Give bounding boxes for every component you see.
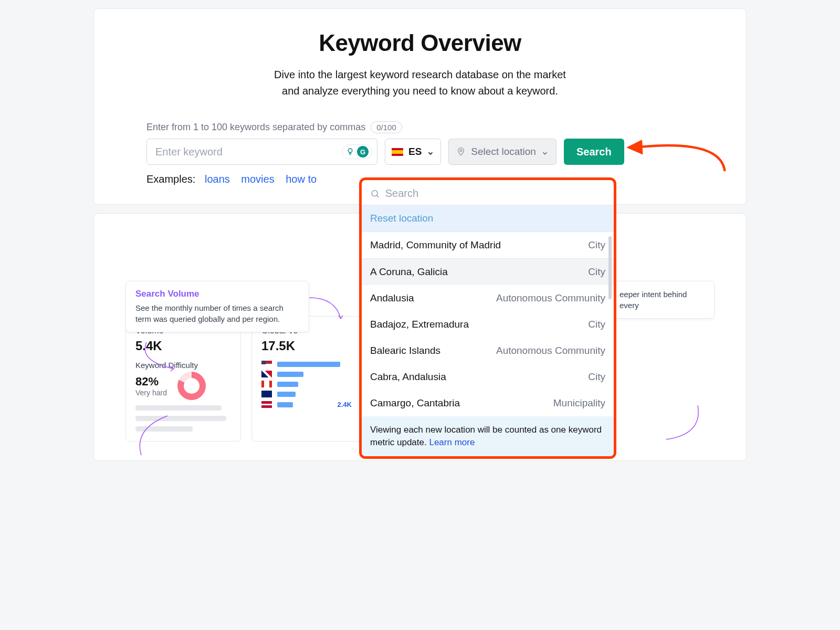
location-pin-icon (456, 147, 466, 156)
volume-metric-card: Volume 5.4K Keyword Difficulty 82% Very … (125, 316, 241, 442)
page-title: Keyword Overview (146, 30, 694, 56)
flag-us-icon (261, 361, 272, 368)
location-option[interactable]: Balearic IslandsAutonomous Community (362, 338, 614, 364)
flag-ca-icon (261, 381, 272, 387)
page-subtitle: Dive into the largest keyword research d… (146, 67, 694, 99)
input-help-text: Enter from 1 to 100 keywords separated b… (146, 121, 694, 133)
scrollbar[interactable] (608, 236, 612, 299)
location-option[interactable]: Madrid, Community of MadridCity (362, 232, 614, 259)
example-link[interactable]: movies (241, 173, 274, 185)
placeholder-line (135, 426, 193, 432)
chevron-down-icon (427, 148, 434, 155)
dropdown-search-row (362, 180, 614, 205)
svg-point-0 (348, 149, 352, 153)
reset-location-button[interactable]: Reset location (362, 205, 614, 232)
placeholder-line (135, 416, 226, 421)
flag-no-icon (261, 401, 272, 408)
location-option[interactable]: A Coruna, GaliciaCity (362, 259, 614, 285)
search-row: G ES Select location Search (146, 139, 694, 165)
difficulty-donut-icon (177, 372, 206, 400)
svg-point-1 (460, 150, 462, 152)
keyword-input-wrap: G (146, 139, 377, 165)
search-volume-callout: Search Volume See the monthly number of … (125, 281, 309, 332)
flag-uk-icon (261, 371, 272, 377)
svg-point-4 (372, 190, 377, 196)
search-icon (370, 188, 380, 199)
input-extension-badges[interactable]: G (342, 144, 372, 159)
intent-callout: eeper intent behind every (610, 281, 715, 319)
location-option[interactable]: Camargo, CantabriaMunicipality (362, 390, 614, 416)
location-option[interactable]: Badajoz, ExtremaduraCity (362, 311, 614, 338)
flag-es-icon (392, 148, 403, 156)
dropdown-search-input[interactable] (385, 187, 605, 200)
example-link[interactable]: how to (286, 173, 317, 185)
location-option[interactable]: AndalusiaAutonomous Community (362, 285, 614, 311)
dropdown-note: Viewing each new location will be counte… (362, 416, 614, 456)
location-dropdown: Reset location Madrid, Community of Madr… (359, 177, 616, 459)
chevron-down-icon (541, 148, 549, 155)
example-link[interactable]: loans (205, 173, 230, 185)
placeholder-line (135, 405, 222, 411)
lightbulb-icon (345, 147, 355, 156)
global-volume-card: Global Vo 17.5K 2.4K (251, 316, 362, 442)
search-button[interactable]: Search (564, 139, 624, 165)
learn-more-link[interactable]: Learn more (429, 437, 475, 447)
grammarly-icon: G (357, 146, 369, 158)
location-list[interactable]: Madrid, Community of MadridCityA Coruna,… (362, 232, 614, 416)
flag-au-icon (261, 391, 272, 397)
database-select[interactable]: ES (385, 139, 441, 165)
location-select[interactable]: Select location (448, 139, 556, 165)
location-option[interactable]: Cabra, AndalusiaCity (362, 364, 614, 390)
keyword-counter: 0/100 (371, 121, 402, 133)
overview-card: Keyword Overview Dive into the largest k… (93, 8, 747, 205)
